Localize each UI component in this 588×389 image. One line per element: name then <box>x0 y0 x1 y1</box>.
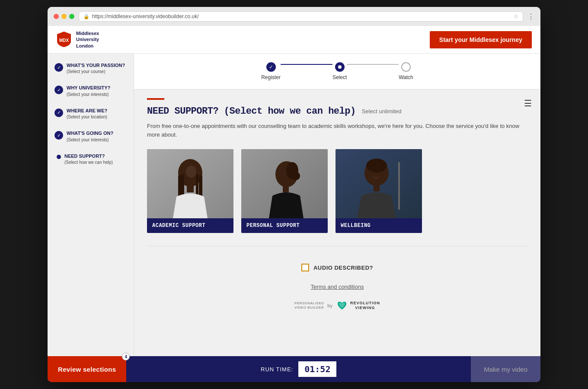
make-video-button[interactable]: Make my video <box>471 356 540 382</box>
runtime-section: RUN TIME: 01:52 <box>261 361 336 377</box>
progress-line-2 <box>347 64 399 65</box>
maximize-button[interactable] <box>69 14 74 19</box>
browser-chrome: 🔒 https://middlesex-university.videobuil… <box>48 7 540 26</box>
step-circle-watch <box>401 62 411 72</box>
app-header: MDX Middlesex University London Start yo… <box>48 26 540 54</box>
bookmark-icon[interactable]: ☆ <box>514 13 518 19</box>
section-title: NEED SUPPORT? (Select how we can help) S… <box>147 106 527 117</box>
logo-area: MDX Middlesex University London <box>56 30 99 49</box>
card-label-wellbeing: WELLBEING <box>336 218 422 233</box>
section-description: From free one-to-one appointments with o… <box>147 122 527 139</box>
content-divider <box>147 246 527 246</box>
step-circle-register: ✓ <box>266 62 276 72</box>
svg-point-14 <box>291 172 300 180</box>
traffic-lights <box>54 14 74 19</box>
select-unlimited-label: Select unlimited <box>362 108 402 115</box>
more-options-icon[interactable]: ⋮ <box>527 13 534 21</box>
footer-brand: PERSONALISED VIDEO BUILDER by REVOLUTION… <box>147 293 527 318</box>
svg-rect-20 <box>374 185 380 191</box>
svg-rect-8 <box>187 185 194 192</box>
step-label-select: Select <box>332 74 347 80</box>
audio-label: AUDIO DESCRIBED? <box>313 265 373 271</box>
url-text: https://middlesex-university.videobuilde… <box>92 13 199 19</box>
step-select: Select <box>332 62 347 80</box>
sidebar: ✓ WHAT'S YOUR PASSION? (Select your cour… <box>48 54 134 356</box>
active-dot <box>57 155 61 159</box>
check-passion: ✓ <box>54 63 63 72</box>
logo-text: Middlesex University London <box>76 30 99 49</box>
svg-point-9 <box>186 166 196 178</box>
by-text: by <box>327 303 332 308</box>
minimize-button[interactable] <box>61 14 67 19</box>
step-label-register: Register <box>261 74 281 80</box>
review-button-wrapper: Review selections 4 <box>48 356 126 382</box>
card-wellbeing[interactable]: WELLBEING <box>336 149 422 233</box>
person-svg-2 <box>241 149 328 218</box>
card-label-personal: PERSONAL SUPPORT <box>241 218 328 233</box>
revolution-text: REVOLUTION VIEWING <box>350 301 380 310</box>
card-academic[interactable]: ACADEMIC SUPPORT <box>147 149 233 233</box>
section-title-text: NEED SUPPORT? (Select how we can help) <box>147 106 356 117</box>
logo-shield: MDX <box>56 31 72 48</box>
brand-line2: VIDEO BUILDER <box>294 306 324 310</box>
close-button[interactable] <box>54 14 59 19</box>
step-register: ✓ Register <box>261 62 281 80</box>
terms-link[interactable]: Terms and conditions <box>147 280 527 293</box>
cards-grid: ACADEMIC SUPPORT <box>147 149 527 233</box>
content-area: ☰ NEED SUPPORT? (Select how we can help)… <box>134 89 540 331</box>
main-content: ✓ Register Select Watc <box>134 54 540 356</box>
sidebar-item-location[interactable]: ✓ WHERE ARE WE? (Select your location) <box>54 108 127 120</box>
card-label-academic: ACADEMIC SUPPORT <box>147 218 233 233</box>
audio-checkbox[interactable] <box>301 264 309 271</box>
card-personal[interactable]: PERSONAL SUPPORT <box>241 149 328 233</box>
person-svg-1 <box>147 149 233 218</box>
start-journey-button[interactable]: Start your Middlesex journey <box>430 31 532 48</box>
section-red-bar <box>147 98 164 100</box>
card-image-academic <box>147 149 233 218</box>
revolution-heart-icon <box>336 300 348 311</box>
check-location: ✓ <box>54 108 63 117</box>
sidebar-item-support[interactable]: NEED SUPPORT? (Select how we can help) <box>54 153 127 165</box>
address-bar[interactable]: 🔒 https://middlesex-university.videobuil… <box>79 11 523 22</box>
progress-bar: ✓ Register Select Watc <box>261 62 413 80</box>
svg-text:MDX: MDX <box>59 38 69 43</box>
sidebar-item-university[interactable]: ✓ WHY UNIVERSITY? (Select your interests… <box>54 85 127 97</box>
svg-point-19 <box>366 159 387 172</box>
sidebar-item-events[interactable]: ✓ WHAT'S GOING ON? (Select your interest… <box>54 130 127 142</box>
card-image-wellbeing <box>336 149 422 218</box>
step-watch: Watch <box>399 62 413 80</box>
card-image-personal <box>241 149 328 218</box>
progress-section: ✓ Register Select Watc <box>134 54 540 89</box>
bottom-bar: Review selections 4 RUN TIME: 01:52 Make… <box>48 356 540 382</box>
person-svg-3 <box>336 149 422 218</box>
progress-line-1 <box>281 64 332 65</box>
selection-badge: 4 <box>122 353 130 360</box>
app-body: ✓ WHAT'S YOUR PASSION? (Select your cour… <box>48 54 540 356</box>
lock-icon: 🔒 <box>83 14 89 19</box>
runtime-label: RUN TIME: <box>261 366 293 373</box>
runtime-display: 01:52 <box>298 361 336 377</box>
svg-rect-17 <box>398 162 400 210</box>
check-events: ✓ <box>54 131 63 140</box>
sidebar-item-passion[interactable]: ✓ WHAT'S YOUR PASSION? (Select your cour… <box>54 62 127 74</box>
revolution-logo: REVOLUTION VIEWING <box>336 300 380 311</box>
svg-rect-15 <box>283 186 289 192</box>
audio-section: AUDIO DESCRIBED? <box>147 255 527 280</box>
check-university: ✓ <box>54 86 63 94</box>
brand-line1: PERSONALISED <box>294 301 324 306</box>
menu-icon[interactable]: ☰ <box>524 98 532 108</box>
review-selections-button[interactable]: Review selections <box>48 356 126 382</box>
step-label-watch: Watch <box>399 74 413 80</box>
step-circle-select <box>335 62 345 72</box>
